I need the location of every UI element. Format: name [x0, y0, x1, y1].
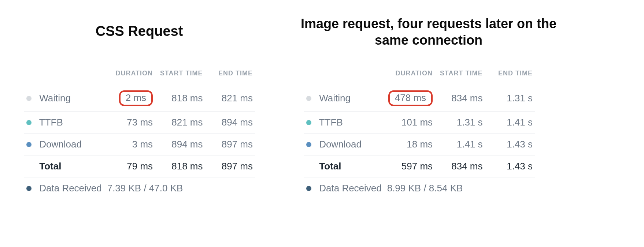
dot-ttfb-icon: [306, 120, 311, 125]
right-download-duration: 18 ms: [385, 133, 435, 155]
right-total-duration: 597 ms: [385, 155, 435, 177]
left-data-label: Data Received: [39, 183, 102, 194]
right-data-label: Data Received: [319, 183, 382, 194]
left-data-value: 7.39 KB / 47.0 KB: [105, 177, 255, 199]
left-total-label: Total: [39, 161, 61, 172]
right-row-download: Download 18 ms 1.41 s 1.43 s: [304, 133, 535, 155]
right-download-end: 1.43 s: [485, 133, 535, 155]
right-ttfb-end: 1.41 s: [485, 111, 535, 133]
right-total-end: 1.43 s: [485, 155, 535, 177]
right-waiting-start: 834 ms: [435, 85, 485, 111]
left-download-duration: 3 ms: [105, 133, 155, 155]
left-waiting-start: 818 ms: [155, 85, 205, 111]
right-total-label: Total: [319, 161, 341, 172]
right-total-start: 834 ms: [435, 155, 485, 177]
left-timings-table: DURATION START TIME END TIME Waiting 2 m…: [24, 66, 255, 199]
right-waiting-end: 1.31 s: [485, 85, 535, 111]
right-col-start: START TIME: [435, 66, 485, 85]
highlight-right-waiting: 478 ms: [388, 90, 433, 106]
comparison-figure: CSS Request Image request, four requests…: [0, 0, 644, 247]
left-download-end: 897 ms: [205, 133, 255, 155]
dot-data-icon: [306, 186, 311, 191]
right-col-end: END TIME: [485, 66, 535, 85]
dot-waiting-icon: [26, 96, 32, 101]
left-ttfb-duration: 73 ms: [105, 111, 155, 133]
right-row-total: Total 597 ms 834 ms 1.43 s: [304, 155, 535, 177]
right-row-data-received: Data Received 8.99 KB / 8.54 KB: [304, 177, 535, 199]
left-row-download: Download 3 ms 894 ms 897 ms: [24, 133, 255, 155]
right-timings-table: DURATION START TIME END TIME Waiting 478…: [304, 66, 535, 199]
left-total-duration: 79 ms: [105, 155, 155, 177]
left-download-start: 894 ms: [155, 133, 205, 155]
right-download-label: Download: [319, 139, 362, 150]
left-waiting-end: 821 ms: [205, 85, 255, 111]
left-waiting-duration: 2 ms: [105, 85, 155, 111]
left-row-total: Total 79 ms 818 ms 897 ms: [24, 155, 255, 177]
right-row-ttfb: TTFB 101 ms 1.31 s 1.41 s: [304, 111, 535, 133]
dot-data-icon: [26, 186, 32, 191]
left-col-end: END TIME: [205, 66, 255, 85]
left-col-duration: DURATION: [105, 66, 155, 85]
right-waiting-label: Waiting: [319, 93, 351, 104]
left-total-start: 818 ms: [155, 155, 205, 177]
left-total-end: 897 ms: [205, 155, 255, 177]
left-ttfb-start: 821 ms: [155, 111, 205, 133]
right-col-spacer: [304, 66, 385, 85]
right-col-duration: DURATION: [385, 66, 435, 85]
dot-download-icon: [306, 142, 311, 147]
right-panel-title: Image request, four requests later on th…: [300, 15, 557, 48]
right-ttfb-duration: 101 ms: [385, 111, 435, 133]
right-download-start: 1.41 s: [435, 133, 485, 155]
right-data-value: 8.99 KB / 8.54 KB: [385, 177, 535, 199]
left-row-ttfb: TTFB 73 ms 821 ms 894 ms: [24, 111, 255, 133]
right-ttfb-label: TTFB: [319, 117, 343, 128]
right-row-waiting: Waiting 478 ms 834 ms 1.31 s: [304, 85, 535, 111]
dot-download-icon: [26, 142, 32, 147]
left-panel-title: CSS Request: [26, 23, 253, 40]
left-download-label: Download: [39, 139, 82, 150]
dot-ttfb-icon: [26, 120, 32, 125]
left-ttfb-end: 894 ms: [205, 111, 255, 133]
left-ttfb-label: TTFB: [39, 117, 63, 128]
left-waiting-label: Waiting: [39, 93, 71, 104]
right-waiting-duration: 478 ms: [385, 85, 435, 111]
highlight-left-waiting: 2 ms: [119, 90, 153, 106]
left-row-waiting: Waiting 2 ms 818 ms 821 ms: [24, 85, 255, 111]
left-row-data-received: Data Received 7.39 KB / 47.0 KB: [24, 177, 255, 199]
right-ttfb-start: 1.31 s: [435, 111, 485, 133]
dot-waiting-icon: [306, 96, 311, 101]
left-col-start: START TIME: [155, 66, 205, 85]
left-col-spacer: [24, 66, 105, 85]
